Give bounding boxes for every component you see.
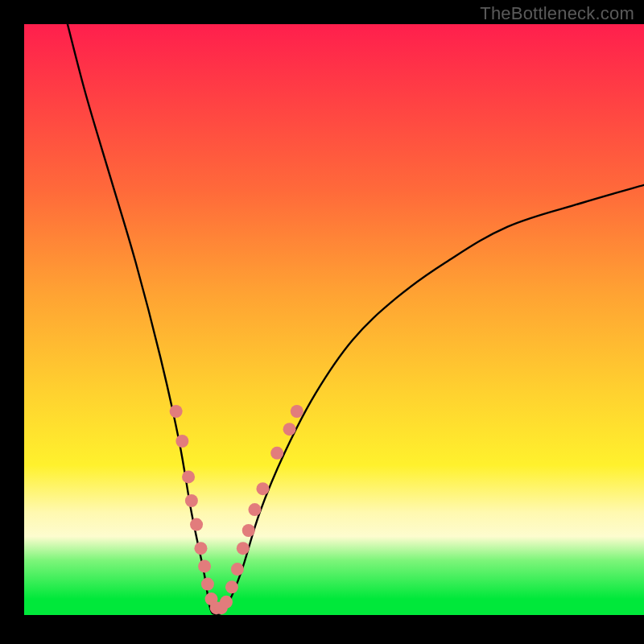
plot-area	[24, 24, 644, 620]
marker-dot	[201, 578, 214, 591]
marker-dot	[291, 405, 303, 418]
marker-dot	[198, 559, 211, 572]
marker-dot	[220, 596, 233, 609]
chart-svg	[24, 24, 644, 620]
marker-dot	[242, 524, 255, 537]
marker-dot	[225, 580, 238, 593]
marker-dot	[248, 503, 261, 516]
watermark-text: TheBottleneck.com	[480, 3, 634, 24]
marker-dot	[283, 423, 296, 436]
marker-dot	[190, 518, 203, 531]
marker-dot	[231, 563, 244, 576]
marker-dot	[237, 542, 250, 555]
marker-dot	[256, 482, 269, 495]
curve-markers	[170, 405, 303, 614]
marker-dot	[185, 494, 198, 507]
bottleneck-curve	[68, 24, 644, 614]
marker-dot	[270, 447, 283, 460]
marker-dot	[175, 435, 188, 448]
chart-frame: TheBottleneck.com	[0, 0, 644, 644]
marker-dot	[194, 542, 207, 555]
marker-dot	[170, 405, 183, 418]
marker-dot	[182, 470, 195, 483]
